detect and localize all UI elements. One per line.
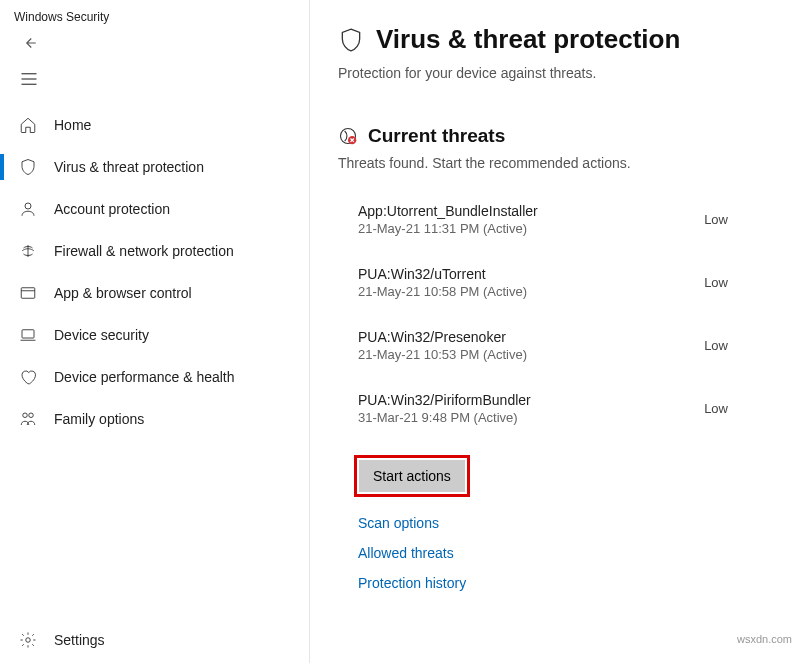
heart-icon [18,367,38,387]
shield-icon [338,25,364,55]
threat-date: 21-May-21 10:58 PM (Active) [358,284,527,299]
sidebar-item-label: Account protection [54,201,170,217]
protection-history-link[interactable]: Protection history [358,575,768,591]
network-icon [18,241,38,261]
allowed-threats-link[interactable]: Allowed threats [358,545,768,561]
sidebar-item-label: Firewall & network protection [54,243,234,259]
browser-icon [18,283,38,303]
gear-icon [18,630,38,650]
sidebar-item-label: Settings [54,632,105,648]
threat-item[interactable]: PUA:Win32/uTorrent 21-May-21 10:58 PM (A… [338,266,768,299]
sidebar-item-home[interactable]: Home [0,104,309,146]
sidebar-item-virus-threat[interactable]: Virus & threat protection [0,146,309,188]
threat-date: 21-May-21 10:53 PM (Active) [358,347,527,362]
threat-name: App:Utorrent_BundleInstaller [358,203,538,219]
sidebar-item-label: App & browser control [54,285,192,301]
svg-rect-6 [22,330,34,338]
start-actions-button[interactable]: Start actions [359,460,465,492]
threat-severity: Low [704,275,768,290]
person-icon [18,199,38,219]
page-header: Virus & threat protection [338,24,768,55]
sidebar-item-firewall[interactable]: Firewall & network protection [0,230,309,272]
threat-name: PUA:Win32/PiriformBundler [358,392,531,408]
page-subtitle: Protection for your device against threa… [338,65,768,81]
main-content: Virus & threat protection Protection for… [310,0,800,663]
svg-point-9 [29,413,34,418]
threat-severity: Low [704,401,768,416]
hamburger-icon [20,72,38,86]
threat-info: PUA:Win32/Presenoker 21-May-21 10:53 PM … [358,329,527,362]
sidebar-item-account[interactable]: Account protection [0,188,309,230]
sidebar: Windows Security Home Virus & threat pro… [0,0,310,663]
sidebar-item-family[interactable]: Family options [0,398,309,440]
laptop-icon [18,325,38,345]
back-button[interactable] [0,30,309,64]
section-title: Current threats [368,125,505,147]
scan-options-link[interactable]: Scan options [358,515,768,531]
section-header: Current threats [338,125,768,147]
watermark: wsxdn.com [737,633,792,645]
sidebar-item-label: Virus & threat protection [54,159,204,175]
highlight-annotation: Start actions [354,455,470,497]
section-subtitle: Threats found. Start the recommended act… [338,155,768,171]
sidebar-item-app-browser[interactable]: App & browser control [0,272,309,314]
svg-rect-4 [21,288,35,299]
sidebar-item-label: Family options [54,411,144,427]
threat-alert-icon [338,126,358,146]
threat-severity: Low [704,212,768,227]
svg-point-8 [23,413,28,418]
threat-date: 31-Mar-21 9:48 PM (Active) [358,410,531,425]
nav: Home Virus & threat protection Account p… [0,104,309,617]
threat-item[interactable]: PUA:Win32/Presenoker 21-May-21 10:53 PM … [338,329,768,362]
sidebar-item-device-security[interactable]: Device security [0,314,309,356]
threat-item[interactable]: App:Utorrent_BundleInstaller 21-May-21 1… [338,203,768,236]
family-icon [18,409,38,429]
page-title: Virus & threat protection [376,24,680,55]
app-title: Windows Security [0,0,309,30]
sidebar-item-performance[interactable]: Device performance & health [0,356,309,398]
sidebar-item-settings[interactable]: Settings [0,617,309,663]
threat-name: PUA:Win32/uTorrent [358,266,527,282]
threat-info: PUA:Win32/uTorrent 21-May-21 10:58 PM (A… [358,266,527,299]
shield-icon [18,157,38,177]
arrow-left-icon [20,34,38,52]
sidebar-item-label: Device security [54,327,149,343]
svg-point-10 [26,638,31,643]
svg-point-3 [25,203,31,209]
sidebar-item-label: Home [54,117,91,133]
home-icon [18,115,38,135]
threat-info: PUA:Win32/PiriformBundler 31-Mar-21 9:48… [358,392,531,425]
threat-info: App:Utorrent_BundleInstaller 21-May-21 1… [358,203,538,236]
sidebar-item-label: Device performance & health [54,369,235,385]
threat-severity: Low [704,338,768,353]
menu-button[interactable] [0,64,309,104]
threat-item[interactable]: PUA:Win32/PiriformBundler 31-Mar-21 9:48… [338,392,768,425]
threat-name: PUA:Win32/Presenoker [358,329,527,345]
threat-date: 21-May-21 11:31 PM (Active) [358,221,538,236]
